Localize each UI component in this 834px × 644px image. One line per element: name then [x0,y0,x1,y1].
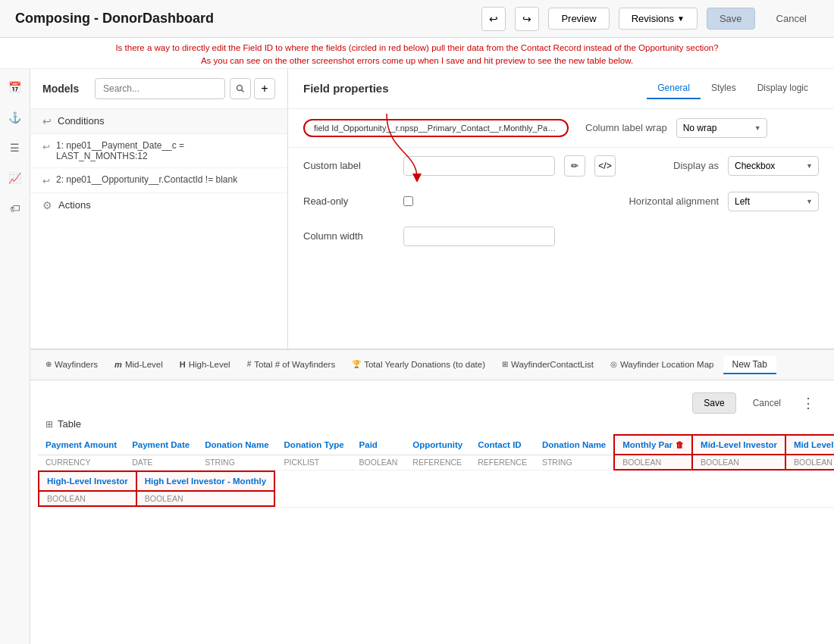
list-item: ↩ 1: npe01__Payment_Date__c = LAST_N_MON… [30,134,287,168]
read-only-checkbox[interactable] [403,196,413,206]
tab-location-map[interactable]: ◎ Wayfinder Location Map [603,357,722,374]
delete-col-icon[interactable]: 🗑 [676,440,684,449]
field-properties-header: Field properties General Styles Display … [288,69,834,109]
col-header-donation-type[interactable]: Donation Type [277,435,352,455]
display-as-select-wrapper: Checkbox Text Toggle [728,156,819,176]
annotation-banner: Is there a way to directly edit the Fiel… [0,38,834,69]
custom-label-input[interactable] [403,156,555,176]
table-cancel-button[interactable]: Cancel [742,392,792,414]
bottom-section: ⊕ Wayfinders m Mid-Level H High-Level # … [30,349,834,644]
horizontal-align-label: Horizontal alignment [629,195,719,207]
tab-high-level[interactable]: H High-Level [172,357,238,374]
table-row: CURRENCY DATE STRING PICKLIST BOOLEAN RE… [38,455,834,470]
tab-yearly-donations[interactable]: 🏆 Total Yearly Donations (to date) [344,357,493,374]
custom-label-label: Custom label [303,160,394,171]
sidebar-chart-icon[interactable]: 📈 [5,167,26,189]
tabs-bar: ⊕ Wayfinders m Mid-Level H High-Level # … [30,350,834,380]
total-wayfinders-icon: # [247,360,252,368]
tab-mid-level[interactable]: m Mid-Level [107,357,171,374]
subtype-currency: CURRENCY [45,458,91,467]
custom-label-row: Custom label ✏ </> Display as Checkbox T… [288,148,834,184]
tab-contact-list[interactable]: ⊞ WayfinderContactList [494,357,601,374]
display-as-select[interactable]: Checkbox Text Toggle [728,156,819,176]
svg-point-0 [237,85,243,90]
new-tab-button[interactable]: New Tab [723,356,776,374]
col-header-donation-name[interactable]: Donation Name [197,435,276,455]
tab-display-logic[interactable]: Display logic [747,78,819,99]
read-only-label: Read-only [303,195,394,207]
col-header-high-level[interactable]: High-Level Investor [39,471,136,491]
tab-wayfinders[interactable]: ⊕ Wayfinders [38,357,105,374]
revisions-button[interactable]: Revisions ▼ [619,8,698,30]
save-button[interactable]: Save [707,8,755,30]
subtype-string: STRING [205,458,235,467]
cancel-button[interactable]: Cancel [764,8,819,29]
high-level-icon: H [180,360,186,369]
list-item: ↩ 2: npe01__Opportunity__r.ContactId != … [30,168,287,193]
conditions-label: Conditions [58,115,104,127]
undo-button[interactable]: ↩ [481,7,506,31]
redo-button[interactable]: ↪ [515,7,539,31]
search-button[interactable] [230,78,251,99]
sidebar-calendar-icon[interactable]: 📅 [5,77,26,98]
annotation-line1: Is there a way to directly edit the Fiel… [15,41,819,56]
conditions-row: ↩ Conditions [30,109,287,134]
sidebar-tag-icon[interactable]: 🏷 [5,198,26,219]
col-header-payment-amount[interactable]: Payment Amount [38,435,124,455]
table-toolbar: Save Cancel ⋮ [38,388,826,418]
sidebar-anchor-icon[interactable]: ⚓ [5,107,26,128]
table-save-button[interactable]: Save [692,392,735,414]
col-width-row: Column width [288,219,834,254]
col-header-contact-id[interactable]: Contact ID [470,435,535,455]
col-header-donation-name-2[interactable]: Donation Name [535,435,614,455]
code-icon-button[interactable]: </> [594,155,616,177]
actions-label: Actions [58,199,91,211]
subtype-string-2: STRING [542,458,572,467]
col-label-wrap-select[interactable]: No wrap Wrap [676,118,767,138]
col-header-high-level-monthly[interactable]: High Level Investor - Monthly [136,471,274,491]
display-as-label: Display as [673,160,719,171]
horizontal-align-select[interactable]: Left Center Right [728,192,819,211]
preview-button[interactable]: Preview [548,8,609,30]
actions-icon: ⚙ [42,199,52,211]
col-header-opportunity[interactable]: Opportunity [405,435,470,455]
tab-total-wayfinders[interactable]: # Total # of Wayfinders [240,357,343,374]
subtype-reference-2: REFERENCE [478,458,527,467]
models-title: Models [42,83,79,95]
read-only-row: Read-only Horizontal alignment Left Cent… [288,184,834,219]
subtype-boolean-high: BOOLEAN [47,494,86,503]
col-header-mid-level-investor[interactable]: Mid-Level Investor [692,435,785,455]
page-title: Composing - DonorDashboard [15,11,472,27]
subtype-date: DATE [132,458,152,467]
field-id-row: field Id_Opportunity__r.npsp__Primary_Co… [288,109,834,148]
tab-styles[interactable]: Styles [701,78,747,99]
wayfinders-icon: ⊕ [45,360,52,368]
sidebar-menu-icon[interactable]: ☰ [5,137,26,158]
subtype-picklist: PICKLIST [284,458,320,467]
edit-icon-button[interactable]: ✏ [564,155,585,177]
contact-list-icon: ⊞ [502,360,508,368]
table-more-button[interactable]: ⋮ [798,392,819,414]
item-arrow-icon: ↩ [42,142,50,152]
tab-general[interactable]: General [647,78,701,99]
data-table: Payment Amount Payment Date Donation Nam… [38,434,834,508]
col-width-label: Column width [303,230,394,242]
col-header-mid-level-monthly[interactable]: Mid Level Investor - Monthly [785,435,834,455]
add-button[interactable]: + [254,78,275,99]
search-input[interactable] [95,78,225,99]
models-header: Models + [30,69,287,109]
field-id-box[interactable]: field Id_Opportunity__r.npsp__Primary_Co… [303,119,569,137]
sidebar: 📅 ⚓ ☰ 📈 🏷 [0,69,30,644]
col-width-input[interactable] [403,227,555,246]
col-header-paid[interactable]: Paid [352,435,406,455]
svg-line-1 [242,89,244,92]
col-label-wrap-select-wrapper: No wrap Wrap [676,118,767,138]
col-header-monthly-par[interactable]: Monthly Par 🗑 [614,435,692,455]
col-header-payment-date[interactable]: Payment Date [124,435,197,455]
table-icon-row: ⊞ Table [38,418,826,434]
mid-level-icon: m [114,360,122,369]
horizontal-align-select-wrapper: Left Center Right [728,192,819,211]
field-properties-tabs: General Styles Display logic [647,78,819,99]
item-text: 2: npe01__Opportunity__r.ContactId != bl… [56,174,275,185]
subtype-boolean-mid: BOOLEAN [701,458,739,467]
